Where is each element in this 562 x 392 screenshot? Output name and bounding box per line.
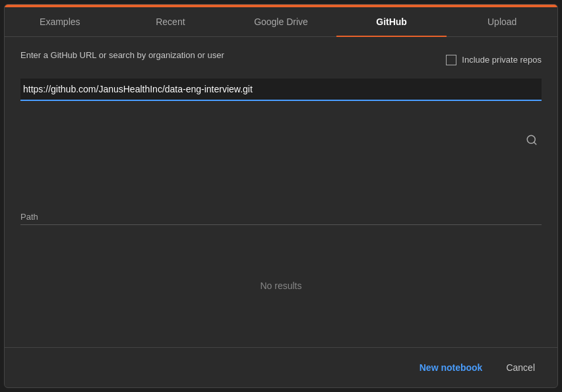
private-repos-row: Include private repos: [446, 55, 542, 65]
tab-upload[interactable]: Upload: [447, 7, 557, 36]
private-repos-label: Include private repos: [462, 55, 542, 65]
private-repos-checkbox[interactable]: [446, 55, 456, 65]
new-notebook-button[interactable]: New notebook: [413, 358, 489, 377]
search-label: Enter a GitHub URL or search by organiza…: [20, 50, 224, 60]
cancel-button[interactable]: Cancel: [499, 358, 542, 377]
no-results-text: No results: [260, 280, 301, 291]
search-button[interactable]: [526, 134, 538, 146]
path-section: Path: [20, 212, 542, 225]
tabs-bar: Examples Recent Google Drive GitHub Uplo…: [5, 7, 557, 37]
footer: New notebook Cancel: [5, 347, 557, 387]
tab-github[interactable]: GitHub: [336, 7, 447, 36]
dialog: Examples Recent Google Drive GitHub Uplo…: [4, 4, 558, 388]
path-label: Path: [20, 212, 542, 222]
search-icon: [526, 134, 538, 146]
svg-line-1: [534, 142, 536, 144]
tab-recent[interactable]: Recent: [115, 7, 226, 36]
results-area: No results: [20, 225, 542, 348]
tab-google-drive[interactable]: Google Drive: [226, 7, 336, 36]
tab-examples[interactable]: Examples: [5, 7, 115, 36]
main-content: Enter a GitHub URL or search by organiza…: [5, 37, 557, 347]
url-input[interactable]: [20, 79, 542, 101]
url-input-wrapper: [20, 79, 542, 201]
